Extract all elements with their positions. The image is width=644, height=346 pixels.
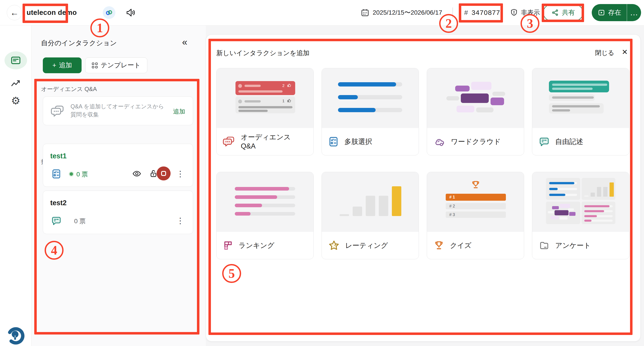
tile-open-ended[interactable]: 自由記述 <box>532 68 629 156</box>
mini-wordcloud <box>546 202 580 224</box>
interaction-meta-row: 0 票 ⋮ <box>50 166 188 181</box>
date-range[interactable]: 2025/12/15〜2026/06/17 <box>360 8 442 17</box>
word-block <box>548 211 554 213</box>
topbar-divider <box>452 8 453 18</box>
word-block <box>446 96 459 100</box>
bar-track <box>235 187 295 190</box>
word-cloud-icon <box>433 136 446 147</box>
webex-badge[interactable] <box>103 6 115 19</box>
word-block <box>492 92 505 96</box>
close-label[interactable]: 閉じる <box>595 49 614 57</box>
chart-bar <box>590 192 595 197</box>
bar-track <box>338 95 402 99</box>
more-options-button[interactable]: … <box>627 4 641 21</box>
audience-qa-icon <box>223 136 236 148</box>
kebab-menu[interactable]: ⋮ <box>176 216 184 226</box>
share-button[interactable]: 共有 <box>543 4 583 21</box>
tile-rating[interactable]: レーティング <box>322 172 419 259</box>
qa-bubbles-icon <box>51 105 65 118</box>
bar-track <box>235 195 295 199</box>
bar-fill <box>338 95 358 99</box>
qa-post-red <box>236 81 295 95</box>
announce-button[interactable] <box>125 8 136 18</box>
eye-icon[interactable] <box>132 169 142 179</box>
upvote-count: 1 <box>282 99 284 104</box>
multiple-choice-icon <box>51 168 62 180</box>
interaction-card-test2[interactable]: test2 0 票 ⋮ <box>43 190 193 234</box>
text-line <box>244 85 261 87</box>
interaction-card-test1[interactable]: test1 0 票 ⋮ <box>43 144 193 187</box>
add-interaction-button[interactable]: + 追加 <box>43 58 82 73</box>
collapse-panel-button[interactable]: « <box>182 37 187 48</box>
back-button[interactable]: ← <box>7 5 22 20</box>
bar-fill <box>235 204 262 207</box>
shield-alert-icon <box>510 8 518 17</box>
tile-quiz[interactable]: # 1 # 2 # 3 クイズ <box>427 172 524 259</box>
qa-suggestion-card[interactable]: Q&A を追加してオーディエンスから質問を収集 追加 <box>43 96 193 125</box>
upvote-count: 2 <box>282 84 284 88</box>
bar-fill <box>549 182 574 184</box>
text-line <box>244 100 261 102</box>
word-block <box>550 216 558 219</box>
answer-card <box>549 81 609 92</box>
utelecon-logo <box>5 325 26 346</box>
present-button[interactable]: 存在 <box>592 4 627 21</box>
word-block <box>552 206 559 209</box>
open-ended-icon <box>538 136 550 147</box>
tile-ranking[interactable]: ランキング <box>216 172 314 259</box>
bar-track <box>338 108 402 112</box>
share-label: 共有 <box>562 8 575 17</box>
text-line <box>552 88 592 90</box>
rail-settings-button[interactable]: ⚙ <box>10 95 22 106</box>
bar-fill <box>549 188 558 190</box>
tile-audience-qa[interactable]: 2 1 オーディエンス Q&A <box>216 68 314 156</box>
presentation-title[interactable]: utelecon demo <box>26 8 77 17</box>
answer-card <box>549 103 604 114</box>
chart-bar <box>379 196 388 216</box>
visibility-status[interactable]: 非表示 <box>510 8 540 17</box>
speaker-icon <box>125 8 136 18</box>
word-block <box>554 210 568 215</box>
rail-slides-button[interactable] <box>4 51 27 70</box>
session-code[interactable]: # 3470877 <box>464 9 500 16</box>
chart-bar <box>584 196 588 197</box>
avatar <box>238 84 242 88</box>
kebab-menu[interactable]: ⋮ <box>176 169 184 179</box>
open-ended-thumbnail <box>532 68 629 128</box>
bar-fill <box>549 194 565 196</box>
tile-label: オーディエンス Q&A <box>241 133 307 151</box>
tile-label: 多肢選択 <box>344 137 372 146</box>
tile-word-cloud[interactable]: ワードクラウド <box>427 68 524 156</box>
template-label: テンプレート <box>101 61 140 70</box>
trend-icon <box>10 78 22 89</box>
interaction-meta-row: 0 票 ⋮ <box>50 213 188 228</box>
tile-survey[interactable]: アンケート <box>532 172 629 259</box>
chart-bar-highlight <box>392 186 401 216</box>
rank-label: # 3 <box>449 212 455 217</box>
qa-add-link[interactable]: 追加 <box>173 108 185 116</box>
open-ended-icon <box>51 215 62 226</box>
chart-bar <box>603 187 608 197</box>
avatar <box>238 100 242 104</box>
stop-button[interactable] <box>156 166 170 180</box>
word-block <box>461 94 489 103</box>
word-block <box>476 108 494 112</box>
close-icon[interactable]: ✕ <box>622 48 628 56</box>
rail-results-button[interactable] <box>10 78 22 90</box>
template-button[interactable]: テンプレート <box>85 58 147 73</box>
qa-thumbnail: 2 1 <box>216 68 314 128</box>
text-line <box>552 84 607 86</box>
chevron-double-left-icon: « <box>182 37 187 47</box>
trophy-icon <box>470 180 481 190</box>
active-dot <box>70 172 73 176</box>
wordcloud-thumbnail <box>427 68 524 128</box>
tile-multiple-choice[interactable]: 多肢選択 <box>322 68 419 156</box>
word-block <box>569 212 576 216</box>
present-icon <box>598 9 605 16</box>
word-block <box>471 82 492 90</box>
word-block <box>490 98 504 105</box>
text-line <box>238 110 268 112</box>
bar-fill <box>584 215 597 217</box>
chart-bar-highlight <box>610 182 614 197</box>
bar-fill <box>584 220 592 222</box>
